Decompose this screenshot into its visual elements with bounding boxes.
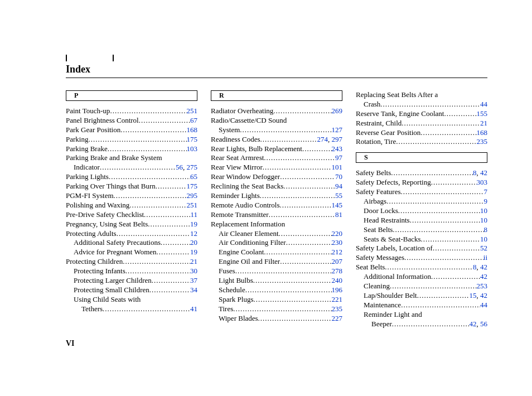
page-link[interactable]: 42: [480, 291, 487, 300]
page-link[interactable]: ii: [483, 253, 487, 262]
page-link[interactable]: 295: [187, 191, 198, 200]
entry-label: Pre-Drive Safety Checklist: [66, 210, 144, 220]
leader-dots: [161, 238, 190, 248]
page-link[interactable]: 52: [480, 244, 487, 252]
page-link[interactable]: 21: [190, 257, 197, 265]
index-entry: Remote Transmitter81: [211, 210, 342, 220]
index-entry: Door Locks10: [356, 206, 487, 216]
page-link[interactable]: 10: [480, 206, 487, 215]
entry-label: Panel Brightness Control: [66, 116, 139, 125]
page-link[interactable]: 155: [477, 109, 488, 118]
page-link[interactable]: 42: [470, 320, 477, 328]
index-entry: Safety Defects, Reporting 303: [356, 178, 487, 187]
leader-dots: [396, 137, 476, 147]
page-link[interactable]: 274: [317, 135, 328, 143]
page-link[interactable]: 251: [187, 201, 198, 209]
page-link[interactable]: 196: [332, 286, 343, 294]
page-link[interactable]: 56: [176, 163, 183, 171]
index-entry: Panel Brightness Control67: [66, 116, 197, 125]
page-link[interactable]: 19: [190, 220, 197, 228]
page-link[interactable]: 15: [470, 291, 477, 300]
page-link[interactable]: 7: [484, 187, 488, 196]
page-link[interactable]: 21: [480, 119, 487, 127]
page-link[interactable]: 235: [332, 305, 343, 313]
page-link[interactable]: 235: [477, 137, 488, 146]
page-link[interactable]: 207: [332, 257, 343, 265]
page-link[interactable]: 97: [335, 153, 342, 162]
leader-dots: [279, 229, 332, 239]
page-link[interactable]: 240: [332, 276, 343, 284]
page-link[interactable]: 10: [480, 235, 487, 243]
page-link[interactable]: 10: [480, 216, 487, 224]
index-entry: Protecting Adults12: [66, 229, 197, 239]
entry-label: Advice for Pregnant Women: [74, 248, 157, 257]
index-entry: Indicator56, 275: [66, 163, 197, 172]
entry-label: Cleaning: [364, 282, 390, 291]
page-link[interactable]: 42: [480, 263, 487, 271]
entry-label: PGM-FI System: [66, 191, 114, 201]
entry-label: Air Conditioning Filter: [219, 238, 286, 248]
page-link[interactable]: 303: [477, 178, 488, 186]
page-link[interactable]: 37: [190, 276, 197, 284]
page-link[interactable]: 253: [477, 282, 488, 290]
page-link[interactable]: 269: [332, 107, 343, 115]
index-entry: Tethers41: [66, 305, 197, 314]
entry-label: Polishing and Waxing: [66, 201, 129, 210]
page-link[interactable]: 12: [190, 229, 197, 238]
page-link[interactable]: 11: [190, 210, 197, 219]
entry-pages: 168: [477, 128, 488, 138]
page-link[interactable]: 70: [335, 172, 342, 181]
page-link[interactable]: 103: [187, 144, 198, 153]
index-entry: Seat Belts8, 42: [356, 263, 487, 272]
page-link[interactable]: 20: [190, 238, 197, 247]
page-link[interactable]: 55: [335, 191, 342, 200]
page-link[interactable]: 251: [187, 107, 198, 115]
page-link[interactable]: 297: [332, 135, 343, 143]
entry-label: Reminder Light and: [364, 310, 422, 320]
page-link[interactable]: 42: [480, 272, 487, 281]
page-link[interactable]: 145: [332, 201, 343, 209]
page-link[interactable]: 227: [332, 314, 343, 322]
page-link[interactable]: 81: [335, 210, 342, 219]
page-link[interactable]: 127: [332, 125, 343, 134]
page-link[interactable]: 30: [190, 267, 197, 275]
entry-label: Replacement Information: [211, 220, 285, 229]
page-link[interactable]: 230: [332, 238, 343, 247]
page-link[interactable]: 220: [332, 229, 343, 238]
index-entry: Pregnancy, Using Seat Belts19: [66, 220, 197, 229]
page-link[interactable]: 42: [480, 168, 487, 177]
index-entry: Safety Belts8, 42: [356, 168, 487, 178]
page-link[interactable]: 9: [484, 197, 488, 205]
page-link[interactable]: 65: [190, 172, 197, 181]
entry-pages: 269: [332, 107, 343, 116]
leader-dots: [286, 238, 332, 248]
index-column: PPaint Touch-up251Panel Brightness Contr…: [66, 90, 197, 329]
index-entry: Rotation, Tire235: [356, 137, 487, 147]
page-link[interactable]: 175: [187, 135, 198, 143]
page-link[interactable]: 19: [190, 248, 197, 256]
page-link[interactable]: 94: [335, 182, 342, 190]
page-link[interactable]: 168: [187, 125, 198, 134]
page-link[interactable]: 67: [190, 116, 197, 124]
index-entry: Protecting Larger Children37: [66, 276, 197, 286]
title-rule: [66, 78, 487, 78]
entry-pages: 212: [332, 248, 343, 257]
page-link[interactable]: 44: [480, 301, 487, 309]
page-link[interactable]: 278: [332, 267, 343, 275]
page-link[interactable]: 221: [332, 295, 343, 303]
page-link[interactable]: 175: [187, 182, 198, 190]
page-link[interactable]: 101: [332, 163, 343, 171]
page-link[interactable]: 34: [190, 286, 197, 294]
leader-dots: [431, 272, 480, 282]
entry-pages: 70: [335, 172, 342, 182]
leader-dots: [398, 206, 480, 216]
page-link[interactable]: 168: [477, 128, 488, 137]
page-link[interactable]: 243: [332, 144, 343, 153]
page-link[interactable]: 275: [187, 163, 198, 171]
page-link[interactable]: 8: [484, 225, 488, 234]
page-link[interactable]: 41: [190, 305, 197, 313]
entry-pages: 175: [187, 135, 198, 144]
page-link[interactable]: 212: [332, 248, 343, 256]
page-link[interactable]: 56: [480, 320, 487, 328]
page-link[interactable]: 44: [480, 100, 487, 108]
